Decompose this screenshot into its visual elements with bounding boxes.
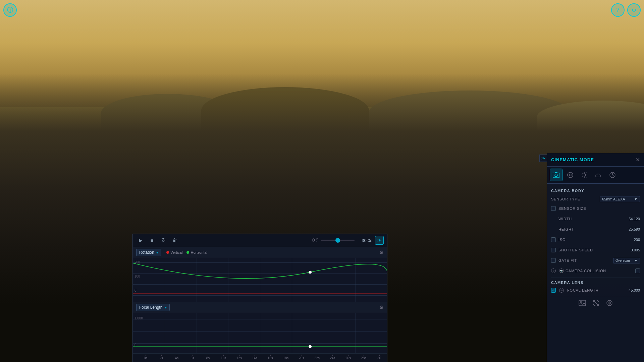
gate-fit-checkbox[interactable] xyxy=(551,258,556,263)
height-value: 25.590 xyxy=(622,227,640,231)
width-value: 54.120 xyxy=(622,217,640,221)
sensor-size-checkbox[interactable] xyxy=(551,206,556,211)
dropdown-chevron-icon: ▼ xyxy=(634,197,638,201)
vertical-label: Vertical xyxy=(170,250,182,254)
rotation-label: Rotation xyxy=(139,250,154,255)
gate-fit-chevron-icon: ▼ xyxy=(634,259,638,262)
width-row: WIDTH 54.120 xyxy=(551,215,640,223)
tab-weather[interactable] xyxy=(592,169,605,181)
svg-rect-26 xyxy=(579,300,586,306)
visibility-icon xyxy=(312,238,318,243)
timeline-toolbar: ▶ ■ 🗑 30.0s ≫ xyxy=(133,234,387,247)
svg-point-10 xyxy=(555,174,557,177)
expand-button[interactable]: ≫ xyxy=(375,236,384,245)
panel-close-button[interactable]: ✕ xyxy=(636,157,640,163)
iso-checkbox[interactable] xyxy=(551,237,556,242)
focal-length-label: Focal Length xyxy=(139,305,162,310)
svg-point-14 xyxy=(583,174,586,176)
shutter-speed-checkbox[interactable] xyxy=(551,248,556,252)
ruler-mark-0s: 0s xyxy=(138,356,153,360)
rotation-settings-icon[interactable]: ⚙ xyxy=(379,250,384,255)
focal-length-label: FOCAL LENGTH xyxy=(567,288,622,292)
camera-collision-label: CAMERA COLLISION xyxy=(566,269,635,273)
horizontal-legend: Horizontal xyxy=(186,250,207,254)
no-entry-icon[interactable] xyxy=(593,300,599,308)
svg-rect-11 xyxy=(555,172,557,173)
ruler-mark-26s: 26s xyxy=(340,356,356,360)
focal-length-title-btn[interactable]: Focal Length ● xyxy=(136,304,170,311)
height-row: HEIGHT 25.590 xyxy=(551,225,640,233)
svg-point-8 xyxy=(309,345,312,348)
ruler-mark-2s: 2s xyxy=(153,356,169,360)
stop-button[interactable]: ■ xyxy=(148,236,156,245)
ruler-mark-30: 30 xyxy=(372,356,387,360)
focal-length-checkbox[interactable] xyxy=(551,288,556,293)
ruler-mark-6s: 6s xyxy=(184,356,200,360)
sensor-type-dropdown[interactable]: 65mm ALEXA ▼ xyxy=(600,196,640,202)
image-icon[interactable] xyxy=(579,300,586,308)
svg-rect-9 xyxy=(553,173,559,178)
cinematic-panel: CINEMATIC MODE ✕ xyxy=(547,153,644,362)
svg-line-19 xyxy=(582,173,583,174)
svg-line-22 xyxy=(582,177,583,178)
ruler-mark-10s: 10s xyxy=(216,356,231,360)
shutter-speed-label: SHUTTER SPEED xyxy=(558,248,622,252)
settings-button[interactable]: ⚙ xyxy=(627,3,641,17)
focal-length-settings-icon[interactable]: ⚙ xyxy=(379,305,384,310)
camera-collision-checkbox[interactable] xyxy=(635,268,640,273)
focal-length-value: 45.000 xyxy=(622,288,640,292)
rotation-graph-section: Rotation ● Vertical Horizontal ⚙ xyxy=(133,247,387,302)
rotation-graph-header: Rotation ● Vertical Horizontal ⚙ xyxy=(133,247,387,258)
sensor-type-value: 65mm ALEXA xyxy=(602,197,625,201)
camera-collision-icon[interactable]: 📷 xyxy=(559,268,564,273)
tab-camera[interactable] xyxy=(550,169,562,181)
play-button[interactable]: ▶ xyxy=(136,236,145,245)
tab-movement[interactable] xyxy=(564,169,577,181)
time-slider-container xyxy=(321,240,355,241)
ruler-mark-28s: 28s xyxy=(356,356,371,360)
sensor-type-label: SENSOR TYPE xyxy=(551,197,580,201)
ruler-mark-22s: 22s xyxy=(309,356,325,360)
tab-time[interactable] xyxy=(606,169,619,181)
panel-bottom-icons xyxy=(551,296,640,311)
ruler-mark-12s: 12s xyxy=(231,356,247,360)
gate-fit-label: GATE FIT xyxy=(558,258,613,262)
rotation-graph-canvas: 200 100 0 xyxy=(133,258,387,302)
target-icon[interactable] xyxy=(606,300,613,308)
delete-button[interactable]: 🗑 xyxy=(170,236,179,245)
focal-length-graph-header: Focal Length ● ⚙ xyxy=(133,302,387,313)
help-button[interactable]: ? xyxy=(611,3,625,17)
shutter-speed-row: SHUTTER SPEED 0.005 xyxy=(551,246,640,254)
svg-point-32 xyxy=(609,303,610,304)
gate-fit-dropdown[interactable]: Overscan ▼ xyxy=(613,258,640,263)
svg-line-20 xyxy=(586,177,587,178)
vertical-legend: Vertical xyxy=(166,250,182,254)
camera-capture-button[interactable] xyxy=(159,236,168,245)
width-label: WIDTH xyxy=(558,217,622,221)
panel-tabs xyxy=(547,167,644,184)
panel-content: CAMERA BODY SENSOR TYPE 65mm ALEXA ▼ SEN… xyxy=(547,184,644,315)
top-right-buttons: ? ⚙ xyxy=(611,3,641,17)
refresh-icon[interactable]: ↺ xyxy=(551,268,556,273)
svg-point-12 xyxy=(568,172,573,178)
panel-expand-button[interactable]: ≫ xyxy=(539,155,547,162)
tab-light[interactable] xyxy=(578,169,591,181)
time-slider[interactable] xyxy=(321,240,355,241)
horizontal-label: Horizontal xyxy=(191,250,207,254)
ruler-mark-18s: 18s xyxy=(278,356,293,360)
time-display: 30.0s xyxy=(357,238,372,243)
sensor-size-label: SENSOR SIZE xyxy=(558,206,640,210)
ruler-mark-20s: 20s xyxy=(293,356,309,360)
camera-collision-row: ↺ 📷 CAMERA COLLISION xyxy=(551,267,640,275)
ruler-marks: 0s 2s 4s 6s 8s 10s 12s 14s 16s 18s 20s 2… xyxy=(138,356,387,360)
svg-line-21 xyxy=(586,173,587,174)
iso-value: 200 xyxy=(622,238,640,242)
focal-length-icon[interactable]: ⊙ xyxy=(559,288,564,293)
rotation-title-btn[interactable]: Rotation ● xyxy=(136,249,161,256)
sensor-size-row: SENSOR SIZE xyxy=(551,204,640,213)
rotation-legend: Vertical Horizontal xyxy=(166,250,207,254)
iso-row: ISO 200 xyxy=(551,236,640,244)
gate-fit-row: GATE FIT Overscan ▼ xyxy=(551,256,640,264)
info-button[interactable]: ⓘ xyxy=(3,3,17,17)
svg-rect-2 xyxy=(162,238,164,239)
